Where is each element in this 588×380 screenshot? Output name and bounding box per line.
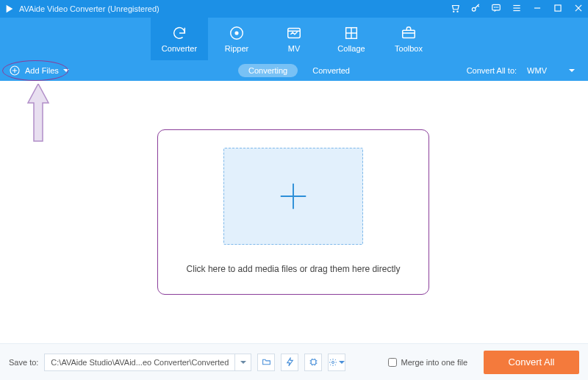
nav-converter[interactable]: Converter: [151, 18, 208, 60]
nav-collage[interactable]: Collage: [323, 18, 380, 60]
settings-button[interactable]: [328, 354, 345, 371]
save-path-dropdown[interactable]: [234, 354, 251, 370]
chevron-down-icon: [339, 361, 345, 364]
key-icon[interactable]: [470, 3, 481, 15]
drop-card[interactable]: Click here to add media files or drag th…: [157, 129, 429, 295]
lightning-icon: [285, 357, 295, 367]
content-area: Click here to add media files or drag th…: [0, 81, 588, 329]
open-folder-button[interactable]: [257, 354, 275, 371]
svg-rect-21: [403, 30, 415, 37]
nav-label: MV: [288, 44, 301, 53]
feedback-icon[interactable]: [491, 3, 501, 15]
svg-rect-28: [311, 359, 316, 365]
svg-point-2: [457, 11, 458, 12]
menu-icon[interactable]: [512, 3, 522, 15]
add-files-label: Add Files: [25, 66, 59, 75]
gear-icon: [329, 358, 337, 367]
footer: Save to: C:\AVAide Studio\AVAid...eo Con…: [0, 343, 588, 380]
svg-point-16: [235, 32, 238, 35]
svg-marker-0: [7, 5, 13, 13]
svg-rect-12: [555, 5, 561, 11]
chip-icon: [309, 357, 318, 367]
plus-circle-icon: [9, 65, 21, 76]
merge-checkbox[interactable]: Merge into one file: [388, 358, 468, 367]
merge-label: Merge into one file: [401, 358, 468, 367]
minimize-icon[interactable]: [532, 3, 542, 15]
convert-all-format-select[interactable]: WMV: [523, 65, 579, 76]
maximize-icon[interactable]: [553, 3, 563, 15]
add-files-button[interactable]: Add Files: [9, 65, 69, 76]
save-to-label: Save to:: [9, 358, 38, 367]
save-to-path-box[interactable]: C:\AVAide Studio\AVAid...eo Converter\Co…: [44, 354, 251, 371]
drop-instruction: Click here to add media files or drag th…: [187, 264, 401, 274]
app-logo-icon: [4, 4, 15, 14]
main-nav: Converter Ripper MV Collage Toolbox: [0, 18, 588, 60]
svg-point-7: [498, 7, 498, 8]
app-title: AVAide Video Converter (Unregistered): [19, 4, 159, 13]
folder-icon: [262, 357, 271, 367]
convert-all-to-label: Convert All to:: [467, 66, 517, 75]
chevron-down-icon: [569, 69, 575, 72]
nav-label: Ripper: [225, 44, 248, 53]
nav-mv[interactable]: MV: [265, 18, 323, 60]
chevron-down-icon: [63, 69, 69, 72]
svg-point-29: [332, 361, 334, 363]
tab-converted[interactable]: Converted: [312, 66, 350, 75]
chevron-down-icon: [240, 361, 246, 364]
svg-point-6: [496, 7, 497, 8]
titlebar: AVAide Video Converter (Unregistered): [0, 0, 588, 18]
nav-ripper[interactable]: Ripper: [208, 18, 265, 60]
nav-label: Converter: [162, 44, 197, 53]
nav-label: Collage: [337, 44, 365, 53]
save-to-path: C:\AVAide Studio\AVAid...eo Converter\Co…: [45, 358, 234, 367]
nav-label: Toolbox: [395, 44, 423, 53]
convert-all-button[interactable]: Convert All: [484, 351, 579, 374]
plus-icon: [276, 179, 310, 213]
svg-point-1: [453, 11, 454, 12]
sub-bar: Add Files Converting Converted Convert A…: [0, 60, 588, 81]
drop-area[interactable]: [223, 148, 363, 245]
nav-toolbox[interactable]: Toolbox: [380, 18, 437, 60]
svg-point-3: [472, 7, 476, 11]
merge-checkbox-input[interactable]: [388, 358, 397, 367]
lightning-settings-button[interactable]: [281, 354, 298, 371]
svg-point-5: [494, 7, 495, 8]
close-icon[interactable]: [573, 3, 584, 15]
cart-icon[interactable]: [450, 3, 460, 15]
convert-all-format-value: WMV: [527, 66, 547, 75]
gpu-toggle-button[interactable]: [304, 354, 322, 371]
tab-converting[interactable]: Converting: [238, 64, 298, 77]
